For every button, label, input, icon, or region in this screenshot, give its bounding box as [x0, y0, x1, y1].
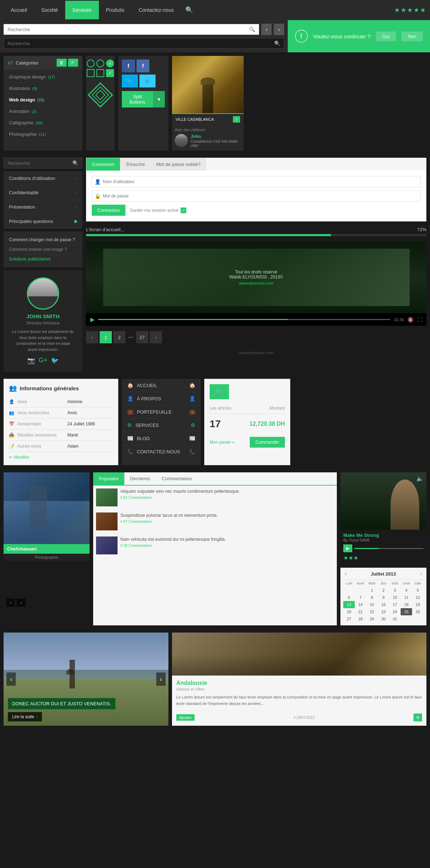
login-tab-sinscrire[interactable]: S'inscrire [120, 158, 150, 171]
popular-tab-dernieres[interactable]: Dernières [124, 472, 156, 485]
cat-trash-btn[interactable]: 🗑 [57, 59, 67, 67]
article-author-btn[interactable]: Ajouter [176, 714, 195, 721]
page-btn-1[interactable]: 1 [100, 331, 112, 343]
cal-day-15[interactable]: 15 [366, 601, 378, 608]
password-input[interactable] [92, 190, 421, 202]
faq-item-2[interactable]: Comment insérer une image ? [9, 245, 77, 254]
blog-img-prev-btn[interactable]: ‹ [6, 598, 15, 607]
modify-link[interactable]: ✏ Modifier [9, 455, 113, 460]
cal-next-btn[interactable]: › [420, 571, 422, 577]
username-input[interactable] [92, 176, 421, 187]
nav-home-item[interactable]: 🏠 ACCUEIL 🏠 [122, 379, 201, 392]
popular-tab-commentaires[interactable]: Commentaires [156, 472, 198, 485]
nav-contact[interactable]: Contactez-nous [132, 1, 181, 19]
page-next-btn[interactable]: › [150, 331, 162, 343]
gplus-icon[interactable]: G+ [39, 357, 48, 364]
article-menu-btn[interactable]: ≡ [414, 714, 422, 721]
sidebar-item-questions[interactable]: Principales questions [4, 214, 82, 229]
cat-item-1[interactable]: Graphique design (17) [4, 71, 82, 83]
top-search-icon[interactable]: 🔍 [249, 27, 255, 32]
blog-img-next-btn[interactable]: › [16, 598, 25, 607]
nav-societe[interactable]: Société [34, 1, 65, 19]
nav-accueil[interactable]: Accueil [4, 1, 34, 19]
sidebar-item-confidentialite[interactable]: Confidentialité › [4, 186, 82, 200]
nav-apropos-item[interactable]: 👤 À PROPOS 👤 [122, 392, 201, 405]
faq-item-3[interactable]: Solutions publicitaires [9, 254, 77, 264]
dark-search-icon[interactable]: 🔍 [274, 40, 280, 46]
nav-prev-btn[interactable]: ‹ [261, 24, 272, 35]
cal-day-26[interactable]: 26 [412, 608, 424, 615]
nav-portfolio-item[interactable]: 💼 PORTEFEUILLE 💼 [122, 405, 201, 419]
mon-panier-link[interactable]: Mon panier » [210, 440, 235, 445]
faq-item-1[interactable]: Comment changer mot de passe ? [9, 235, 77, 245]
nav-services-item[interactable]: ⚙ SERVICES ⚙ [122, 419, 201, 432]
cal-day-7[interactable]: 7 [355, 594, 366, 601]
cal-prev-btn[interactable]: ‹ [345, 571, 347, 577]
cal-day-8[interactable]: 8 [366, 594, 378, 601]
nav-produits[interactable]: Produits [99, 1, 132, 19]
cal-day-24[interactable]: 24 [389, 608, 401, 615]
cal-day-11[interactable]: 11 [401, 594, 412, 601]
video-play-btn[interactable]: ▶ [90, 316, 95, 323]
cal-day-27[interactable]: 27 [343, 615, 355, 623]
cat-item-4[interactable]: Animation (3) [4, 106, 82, 117]
large-img-nav-left[interactable]: ‹ [6, 673, 16, 686]
cal-day-28[interactable]: 28 [355, 615, 366, 623]
tw-btn-dark[interactable]: 🐦 [122, 75, 138, 87]
nav-search-icon[interactable]: 🔍 [181, 6, 197, 14]
alert-yes-btn[interactable]: Oui [376, 32, 396, 41]
nav-contact-item[interactable]: 📞 CONTACTEZ-NOUS 📞 [122, 445, 201, 458]
video-volume-btn[interactable]: 🔇 [407, 317, 414, 323]
large-img-readmore-btn[interactable]: Lire la suite › [8, 712, 42, 721]
dark-search-input[interactable] [8, 41, 274, 46]
cat-item-2[interactable]: Illustration (9) [4, 83, 82, 94]
cal-day-6[interactable]: 6 [343, 594, 355, 601]
cat-item-5[interactable]: Calligraphie (56) [4, 117, 82, 129]
cal-day-17[interactable]: 17 [389, 601, 401, 608]
music-volume-btn[interactable]: 🔈 [416, 475, 424, 482]
cal-day-19[interactable]: 19 [412, 601, 424, 608]
cal-day-3[interactable]: 3 [389, 587, 401, 594]
login-tab-motdepasse[interactable]: Mot de passe oublié? [150, 158, 206, 171]
cal-day-12[interactable]: 12 [412, 594, 424, 601]
cal-day-13-today[interactable]: 13 [343, 601, 355, 608]
cal-day-9[interactable]: 9 [378, 594, 389, 601]
sidebar-search-icon[interactable]: 🔍 [72, 160, 78, 166]
video-progress-bar[interactable] [98, 319, 390, 320]
cal-day-4[interactable]: 4 [401, 587, 412, 594]
cal-day-23[interactable]: 23 [378, 608, 389, 615]
city-next-btn[interactable]: › [233, 116, 240, 123]
alert-no-btn[interactable]: Non [401, 32, 423, 41]
fb-btn-dark[interactable]: f [122, 59, 135, 72]
split-btn-main[interactable]: Split Buttons [122, 91, 153, 108]
cat-flag-btn[interactable]: 🏳 [68, 59, 78, 67]
music-ctrl-btn[interactable]: ▶ [343, 544, 352, 552]
nav-services[interactable]: Services [65, 1, 99, 19]
sidebar-item-conditions[interactable]: Conditions d'utilisation › [4, 171, 82, 186]
tw-btn-light[interactable]: 🐦 [139, 75, 156, 87]
remember-checkbox[interactable]: ✓ [181, 208, 186, 213]
login-submit-btn[interactable]: Connexion [92, 205, 125, 216]
cal-day-29[interactable]: 29 [366, 615, 378, 623]
cal-day-1[interactable]: 1 [366, 587, 378, 594]
fb-btn-light[interactable]: f [137, 59, 150, 72]
cal-day-30[interactable]: 30 [378, 615, 389, 623]
top-search-input[interactable] [8, 27, 249, 32]
cal-day-14[interactable]: 14 [355, 601, 366, 608]
sidebar-search-input[interactable] [8, 161, 72, 166]
cal-day-5[interactable]: 5 [412, 587, 424, 594]
page-btn-last[interactable]: 27 [136, 331, 148, 343]
music-progress[interactable] [354, 548, 424, 549]
cat-item-6[interactable]: Photographie (11) [4, 129, 82, 140]
popular-tab-populaire[interactable]: Populaire [93, 472, 124, 485]
login-tab-connexion[interactable]: Connexion [86, 158, 120, 171]
page-btn-2[interactable]: 2 [113, 331, 125, 343]
cal-day-16[interactable]: 16 [378, 601, 389, 608]
nav-next-btn[interactable]: › [274, 24, 284, 35]
cat-item-3[interactable]: Web design (72) [4, 94, 82, 106]
cal-day-25-highlighted[interactable]: 25 [401, 608, 412, 615]
cal-day-18[interactable]: 18 [401, 601, 412, 608]
cal-day-10[interactable]: 10 [389, 594, 401, 601]
sidebar-item-presentation[interactable]: Présentation › [4, 200, 82, 214]
cal-day-20[interactable]: 20 [343, 608, 355, 615]
